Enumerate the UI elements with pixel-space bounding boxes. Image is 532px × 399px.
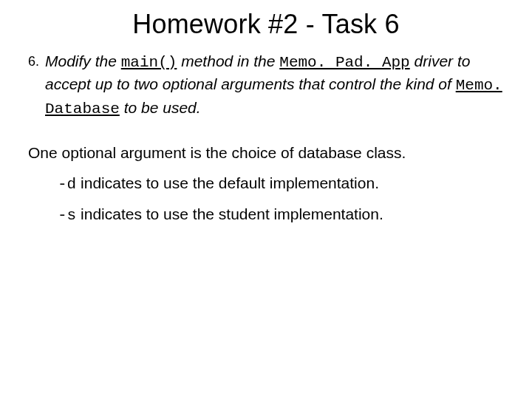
- slide-title: Homework #2 - Task 6: [28, 9, 504, 40]
- option-d-text: indicates to use the default implementat…: [76, 174, 379, 191]
- option-s-code: -s: [58, 207, 76, 224]
- option-d-line: -d indicates to use the default implemen…: [28, 172, 504, 196]
- text: method in the: [177, 52, 279, 69]
- slide: Homework #2 - Task 6 6. Modify the main(…: [0, 0, 532, 399]
- lead-paragraph: One optional argument is the choice of d…: [28, 142, 504, 164]
- text: Modify the: [45, 52, 121, 69]
- option-s-line: -s indicates to use the student implemen…: [28, 203, 504, 227]
- option-s-text: indicates to use the student implementat…: [76, 205, 383, 222]
- numbered-task: 6. Modify the main() method in the Memo.…: [28, 50, 504, 120]
- task-body: Modify the main() method in the Memo. Pa…: [45, 50, 504, 120]
- text: to be used.: [120, 99, 201, 116]
- task-number: 6.: [28, 50, 45, 120]
- code-memopadapp: Memo. Pad. App: [279, 54, 409, 71]
- code-main: main(): [121, 54, 177, 71]
- option-d-code: -d: [58, 176, 76, 193]
